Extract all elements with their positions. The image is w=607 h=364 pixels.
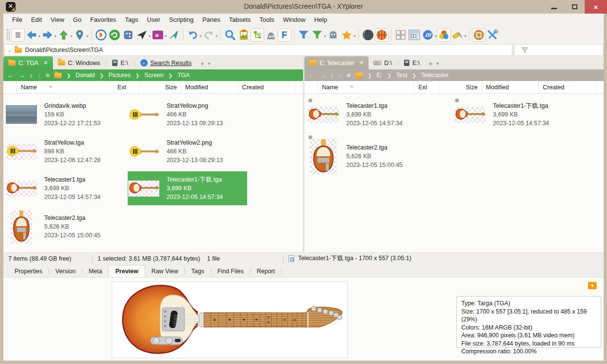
- file-tile[interactable]: StratYellow.tga898 KB2023-12-06 12:47:28: [5, 134, 125, 168]
- weight-kg-icon[interactable]: KG: [264, 28, 278, 42]
- address-dropdown-icon[interactable]: ⌄: [8, 48, 12, 53]
- right-tab-e-telecaster[interactable]: E: Telecaster ✕: [304, 56, 369, 69]
- crumb-forward-icon[interactable]: →: [320, 72, 326, 79]
- crumb-down-icon[interactable]: ↓: [339, 72, 342, 79]
- breadcrumb-segment[interactable]: TGA: [177, 72, 190, 79]
- menu-go[interactable]: Go: [68, 14, 85, 25]
- forward-icon[interactable]: [41, 28, 54, 42]
- menu-help[interactable]: Help: [310, 14, 332, 25]
- menu-file[interactable]: File: [8, 14, 27, 25]
- tab-version[interactable]: Version: [49, 265, 82, 277]
- crumb-back-icon[interactable]: ←: [7, 72, 14, 79]
- breadcrumb-segment[interactable]: E:: [377, 72, 383, 79]
- paper-plane-icon[interactable]: [135, 28, 149, 42]
- column-name[interactable]: Name^: [318, 81, 415, 93]
- toolbar-grip[interactable]: [6, 29, 10, 41]
- folder-icon[interactable]: [54, 73, 62, 78]
- menu-window[interactable]: Window: [279, 14, 310, 25]
- location-pin-icon[interactable]: [73, 28, 86, 42]
- tab-preview[interactable]: Preview: [108, 265, 145, 277]
- column-modified[interactable]: Modified: [482, 81, 539, 93]
- column-size[interactable]: Size: [439, 81, 482, 93]
- tab-find-files[interactable]: Find Files: [211, 265, 250, 277]
- breadcrumb-segment[interactable]: Pictures: [109, 72, 131, 79]
- file-tile[interactable]: Telecaster1.tga3,699 KB2023-12-05 14:57:…: [307, 98, 453, 132]
- forward-dropdown[interactable]: ▾: [54, 34, 56, 38]
- refresh-icon[interactable]: [108, 28, 121, 42]
- file-tile[interactable]: Telecaster2.tga5,626 KB2023-12-05 15:00:…: [5, 208, 125, 245]
- paint-roller-icon[interactable]: [451, 28, 464, 42]
- tab-report[interactable]: Report: [251, 265, 282, 277]
- breadcrumb-segment[interactable]: Donald: [76, 72, 95, 79]
- column-created[interactable]: Created: [238, 81, 295, 93]
- tab-meta[interactable]: Meta: [83, 265, 109, 277]
- menu-view[interactable]: View: [46, 14, 68, 25]
- file-tile[interactable]: Telecaster1-下载.tga3,699 KB2023-12-05 14:…: [454, 98, 600, 132]
- circle-square-icon[interactable]: [472, 28, 486, 42]
- badge-dropdown[interactable]: ▾: [435, 34, 437, 38]
- circled-arrow-icon[interactable]: [94, 28, 108, 42]
- close-button[interactable]: ×: [585, 0, 607, 14]
- tab-list-dropdown[interactable]: ▾: [208, 61, 214, 69]
- badge-slashes-icon[interactable]: [421, 28, 435, 42]
- details-panel-icon[interactable]: [407, 28, 421, 42]
- maximize-button[interactable]: [564, 0, 585, 14]
- right-tab-e-drive[interactable]: E:\: [399, 56, 424, 69]
- crumb-up-icon[interactable]: ↑: [30, 72, 33, 79]
- ghost-icon[interactable]: [326, 28, 340, 42]
- pointer-icon[interactable]: [167, 28, 181, 42]
- file-tile-selected[interactable]: Telecaster1-下载.tga3,699 KB2023-12-05 14:…: [128, 171, 247, 205]
- undo-dropdown[interactable]: ▾: [200, 34, 202, 38]
- column-ext[interactable]: Ext: [114, 81, 139, 93]
- panel-dropdown-button[interactable]: ▼: [588, 282, 597, 289]
- left-tab-c-windows[interactable]: C: Windows: [53, 56, 105, 69]
- right-tab-d-drive[interactable]: D:\: [369, 56, 397, 69]
- roller-dropdown[interactable]: ▾: [464, 34, 466, 38]
- chevron-badge-dropdown[interactable]: ▾: [165, 34, 167, 38]
- undo-icon[interactable]: [186, 28, 200, 42]
- menu-user[interactable]: User: [143, 14, 165, 25]
- back-icon[interactable]: [25, 28, 38, 42]
- up-dropdown[interactable]: ▾: [70, 34, 72, 38]
- address-bar[interactable]: ⌄ Donald\Pictures\Screen\TGA: [4, 44, 512, 56]
- filter-blue-icon[interactable]: [297, 28, 310, 42]
- redo-dropdown[interactable]: ▾: [216, 34, 218, 38]
- star-dropdown[interactable]: ▾: [354, 34, 355, 38]
- file-tile[interactable]: Grindavik.webp159 KB2023-12-22 17:21:53: [5, 98, 125, 132]
- column-created[interactable]: Created: [539, 81, 596, 93]
- double-chevron-badge-icon[interactable]: »: [151, 28, 165, 42]
- tab-close-icon[interactable]: ✕: [43, 60, 48, 66]
- tab-properties[interactable]: Properties: [8, 265, 49, 277]
- dice-icon[interactable]: [121, 28, 135, 42]
- menu-tabsets[interactable]: Tabsets: [225, 14, 255, 25]
- menu-tags[interactable]: Tags: [120, 14, 142, 25]
- crumb-menu-icon[interactable]: ≡: [347, 71, 351, 79]
- breadcrumb-segment[interactable]: Screen: [144, 72, 164, 79]
- tab-raw-view[interactable]: Raw View: [145, 265, 185, 277]
- file-tile[interactable]: StratYellow2.png466 KB2023-12-13 08:29:1…: [128, 134, 247, 168]
- tools-wrench-icon[interactable]: [486, 28, 499, 42]
- breadcrumb-segment[interactable]: Test: [396, 72, 407, 79]
- basketball-icon[interactable]: [375, 28, 388, 42]
- menu-tools[interactable]: Tools: [255, 14, 278, 25]
- visual-filter-box[interactable]: [514, 44, 604, 56]
- new-tab-button[interactable]: +: [196, 60, 208, 69]
- left-tab-search-results[interactable]: ⌕ Search Results: [135, 56, 197, 69]
- favorites-star-icon[interactable]: [340, 28, 354, 42]
- back-dropdown[interactable]: ▾: [38, 34, 40, 38]
- file-tile[interactable]: Telecaster1.tga3,699 KB2023-12-05 14:57:…: [5, 171, 125, 205]
- crumb-up-icon[interactable]: ↑: [331, 72, 334, 79]
- crumb-menu-icon[interactable]: ≡: [46, 71, 50, 79]
- grid-view-icon[interactable]: [394, 28, 407, 42]
- mini-tree-icon[interactable]: [251, 28, 264, 42]
- title-bar[interactable]: ✕ Donald\Pictures\Screen\TGA - XYplorer …: [0, 0, 607, 14]
- menu-panes[interactable]: Panes: [198, 14, 225, 25]
- filter-green-icon[interactable]: [310, 28, 324, 42]
- plane-dropdown[interactable]: ▾: [149, 34, 151, 38]
- minimize-button[interactable]: [544, 0, 564, 14]
- crumb-down-icon[interactable]: ↓: [38, 72, 41, 79]
- breadcrumb-segment[interactable]: Telecaster: [421, 72, 449, 79]
- column-ext[interactable]: Ext: [414, 81, 439, 93]
- address-path[interactable]: Donald\Pictures\Screen\TGA: [25, 47, 103, 53]
- column-size[interactable]: Size: [139, 81, 182, 93]
